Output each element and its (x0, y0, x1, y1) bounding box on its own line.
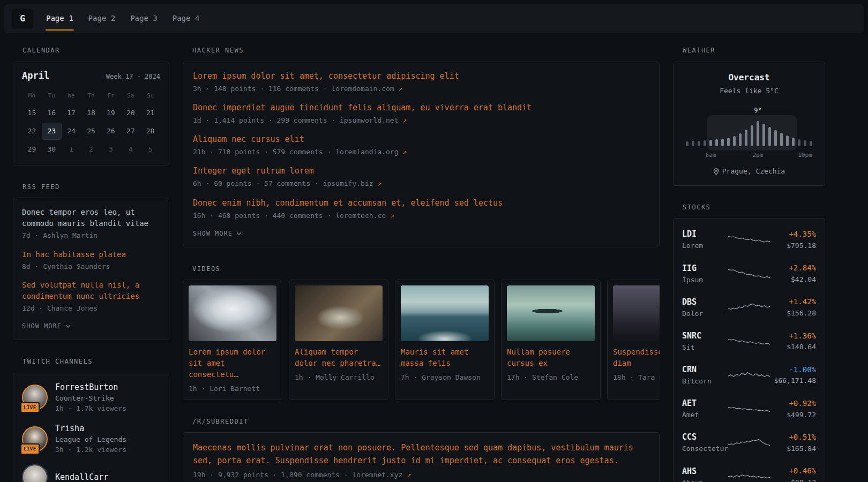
hn-item-meta: 21h · 710 points · 579 comments · loreml… (193, 147, 649, 157)
tab-page-3[interactable]: Page 3 (123, 4, 165, 33)
video-thumbnail[interactable] (189, 285, 276, 341)
video-card[interactable]: Aliquam tempor dolor nec pharetra… 1h · … (289, 280, 388, 400)
hn-domain-link[interactable]: ipsumworld.net (340, 116, 399, 124)
stock-name: Lorem (682, 241, 728, 251)
video-thumbnail[interactable] (401, 285, 489, 341)
twitch-channel-row[interactable]: LIVE ForrestBurton Counter-Strike 1h · 1… (22, 382, 160, 413)
stock-change: +2.84% (770, 263, 816, 274)
stock-change: +0.46% (770, 466, 816, 477)
hn-item-link[interactable]: Donec imperdiet augue tincidunt felis al… (193, 102, 649, 114)
rss-item-link[interactable]: In hac habitasse platea (22, 249, 160, 260)
rss-item-meta: 7d · Ashlyn Martin (22, 231, 160, 240)
hn-show-more-button[interactable]: SHOW MORE (193, 229, 649, 238)
stock-sparkline (728, 267, 770, 281)
video-card[interactable]: Lorem ipsum dolor sit amet consectetu… 1… (183, 280, 282, 400)
hn-item-meta: 1d · 1,414 points · 299 comments · ipsum… (193, 116, 649, 125)
tab-page-2[interactable]: Page 2 (81, 4, 123, 33)
stocks-card: LDI Lorem +4.35% $795.18 IIG Ipsum (673, 218, 825, 482)
stock-sparkline (728, 233, 770, 247)
rss-item-link[interactable]: Sed volutpat nulla nisl, a condimentum n… (22, 280, 160, 302)
weather-bar (739, 133, 742, 146)
stock-price: $795.18 (770, 241, 816, 251)
hn-domain-link[interactable]: loremlandia.org (335, 148, 398, 156)
hn-domain-link[interactable]: loremtech.co (335, 212, 386, 220)
video-title-link[interactable]: Lorem ipsum dolor sit amet consectetu… (189, 347, 276, 380)
subreddit-domain-link[interactable]: loremnet.xyz (352, 471, 402, 479)
weekday-label: Fr (101, 88, 121, 103)
stock-row[interactable]: LDI Lorem +4.35% $795.18 (682, 223, 816, 257)
section-title-rss: RSS FEED (13, 183, 169, 192)
external-link-icon[interactable]: ↗ (402, 116, 407, 124)
subreddit-post-meta: 19h · 9,932 points · 1,090 comments · lo… (193, 470, 649, 480)
video-title-link[interactable]: Suspendisse potenti diam (613, 347, 660, 369)
video-card[interactable]: Mauris sit amet massa felis 7h · Grayson… (395, 280, 495, 400)
stock-row[interactable]: AET Amet +0.92% $499.72 (682, 392, 816, 426)
stock-info: IIG Ipsum (682, 263, 728, 285)
video-card[interactable]: Suspendisse potenti diam 18h · Tara Bell (607, 280, 660, 400)
video-title-link[interactable]: Mauris sit amet massa felis (401, 347, 489, 369)
calendar-month: April (22, 70, 49, 82)
twitch-channel-row[interactable]: KendallCarr (22, 464, 160, 482)
calendar-grid: Mo Tu We Th Fr Sa Su 15 16 17 18 19 20 2… (22, 88, 160, 159)
hn-item-link[interactable]: Integer eget rutrum lorem (193, 165, 649, 177)
rss-show-more-button[interactable]: SHOW MORE (22, 322, 160, 331)
twitch-channel-info: KendallCarr (55, 472, 108, 482)
stock-row[interactable]: CCS Consectetur +0.51% $165.84 (682, 426, 816, 460)
stock-row[interactable]: DBS Dolor +1.42% $156.28 (682, 291, 816, 325)
video-meta: 18h · Tara Bell (613, 373, 660, 382)
video-title-link[interactable]: Aliquam tempor dolor nec pharetra… (295, 347, 383, 369)
calendar-day: 28 (140, 123, 160, 140)
external-link-icon[interactable]: ↗ (377, 179, 381, 187)
stock-row[interactable]: SNRC Sit +1.36% $148.64 (682, 325, 816, 358)
stock-row[interactable]: CRN Bitcorn -1.00% $66,171.48 (682, 358, 816, 392)
calendar-week-year: Week 17 · 2024 (106, 72, 160, 81)
stock-info: SNRC Sit (682, 330, 728, 352)
video-meta: 7h · Grayson Dawson (401, 373, 489, 382)
weather-peak-label: 9° (754, 106, 761, 115)
stock-info: AET Amet (682, 398, 728, 420)
stock-change: +0.92% (770, 398, 816, 409)
video-meta: 17h · Stefan Cole (507, 373, 595, 382)
tab-page-1[interactable]: Page 1 (39, 4, 81, 33)
stock-price: $156.28 (770, 308, 816, 318)
external-link-icon[interactable]: ↗ (402, 148, 407, 156)
hn-item-link[interactable]: Donec enim nibh, condimentum et accumsan… (193, 198, 649, 209)
external-link-icon[interactable]: ↗ (399, 85, 403, 93)
rss-item-link[interactable]: Donec tempor eros leo, ut commodo mauris… (22, 207, 160, 229)
stock-info: AHS Ahsum (682, 466, 728, 482)
weather-time-label: 2pm (753, 151, 764, 159)
hn-item-link[interactable]: Aliquam nec cursus elit (193, 134, 649, 145)
hn-meta-text: 21h · 710 points · 579 comments · (193, 148, 331, 156)
video-thumbnail[interactable] (613, 285, 660, 341)
stock-row[interactable]: IIG Ipsum +2.84% $42.04 (682, 257, 816, 291)
external-link-icon[interactable]: ↗ (390, 212, 394, 220)
videos-row: Lorem ipsum dolor sit amet consectetu… 1… (183, 280, 660, 400)
calendar-day: 15 (22, 104, 42, 122)
video-thumbnail[interactable] (507, 285, 595, 341)
tab-page-4[interactable]: Page 4 (165, 4, 207, 33)
rss-item: Donec tempor eros leo, ut commodo mauris… (22, 207, 160, 240)
stock-name: Bitcorn (682, 376, 728, 386)
stock-row[interactable]: AHS Ahsum +0.46% $88.12 (682, 460, 816, 482)
twitch-channel-viewers: 3h · 1.2k viewers (55, 445, 126, 455)
video-card[interactable]: Nullam posuere cursus ex 17h · Stefan Co… (501, 280, 601, 400)
hn-domain-link[interactable]: loremdomain.com (331, 85, 394, 93)
rss-card: Donec tempor eros leo, ut commodo mauris… (13, 198, 169, 340)
stock-values: +0.46% $88.12 (770, 466, 816, 482)
subreddit-post-link[interactable]: Maecenas mollis pulvinar erat non posuer… (193, 441, 649, 467)
calendar-day: 16 (42, 104, 62, 122)
hn-item-link[interactable]: Lorem ipsum dolor sit amet, consectetur … (193, 71, 649, 82)
show-more-label: SHOW MORE (22, 322, 62, 331)
video-title-link[interactable]: Nullam posuere cursus ex (507, 347, 595, 369)
stock-sparkline (728, 335, 770, 349)
hn-domain-link[interactable]: ipsumify.biz (323, 179, 373, 187)
twitch-channel-row[interactable]: LIVE Trisha League of Legends 3h · 1.2k … (22, 423, 160, 455)
app-logo[interactable]: G (12, 9, 33, 29)
video-thumbnail[interactable] (295, 285, 383, 341)
weather-bar (692, 141, 694, 146)
weather-bars (686, 120, 812, 146)
external-link-icon[interactable]: ↗ (407, 471, 411, 479)
stock-values: +4.35% $795.18 (770, 229, 816, 251)
calendar-day: 18 (81, 104, 101, 122)
hn-item: Donec imperdiet augue tincidunt felis al… (193, 102, 649, 125)
